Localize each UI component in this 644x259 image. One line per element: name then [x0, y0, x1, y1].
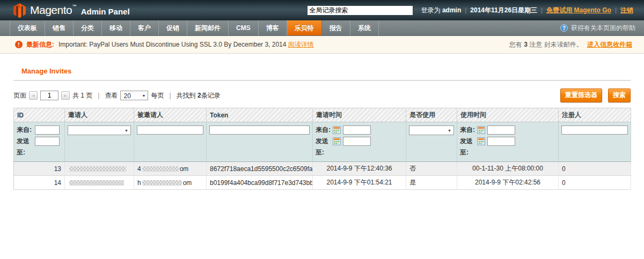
cell-id: 14	[14, 176, 65, 190]
column-header-inviter[interactable]: 邀请人	[65, 108, 134, 122]
filter-id-from-input[interactable]	[35, 125, 60, 135]
nav-item-system[interactable]: 系统	[350, 20, 379, 35]
nav-item-sales[interactable]: 销售	[45, 20, 74, 35]
filter-token-input[interactable]	[209, 125, 310, 135]
magento-go-trial-link[interactable]: 免费试用 Magento Go	[546, 6, 611, 15]
nav-item-dashboard[interactable]: 仪表板	[10, 20, 45, 35]
filter-use-time-to-input[interactable]	[487, 137, 515, 146]
latest-message-label: 最新信息:	[26, 40, 54, 49]
calendar-icon[interactable]	[333, 137, 341, 145]
filter-used-select[interactable]: ▼	[409, 125, 454, 135]
inbox-summary: 您有 3 注意 封未读邮件。 进入信息收件箱	[509, 40, 632, 49]
column-header-used[interactable]: 是否使用	[406, 108, 457, 122]
help-icon: ?	[560, 24, 568, 32]
table-row[interactable]: 14 hom b0199f4a404bca99d8f717e3d743bbcc …	[14, 176, 631, 190]
nav-item-promotions[interactable]: 促销	[159, 20, 187, 35]
chevron-down-icon: ▼	[142, 94, 146, 98]
nav-item-customers[interactable]: 客户	[130, 20, 159, 35]
column-header-use-time[interactable]: 使用时间	[457, 108, 559, 122]
nav-item-reports[interactable]: 报告	[322, 20, 350, 35]
filter-cell-used: ▼	[406, 122, 457, 162]
notification-bar: ! 最新信息: Important: PayPal Users Must Dis…	[0, 36, 644, 54]
nav-item-mobile[interactable]: 移动	[102, 20, 130, 35]
main-nav-bar: 仪表板 销售 分类 移动 客户 促销 新闻邮件 CMS 博客 乐贝特 报告 系统…	[0, 20, 644, 36]
filter-invite-time-from-input[interactable]	[343, 125, 371, 135]
column-header-invitee[interactable]: 被邀请人	[134, 108, 207, 122]
filter-id-to-input[interactable]	[35, 137, 60, 146]
view-label: 查看	[105, 91, 118, 100]
cell-use-time: 00-1-11-30 上午08:00:00	[457, 162, 559, 176]
calendar-icon[interactable]	[477, 137, 485, 145]
header-separator: |	[541, 6, 543, 14]
logged-in-as-text: 登录为 admin	[421, 6, 462, 15]
filter-inviter-select[interactable]: ▼	[68, 125, 131, 135]
cell-registrant: 0	[559, 176, 631, 190]
cell-token: b0199f4a404bca99d8f717e3d743bbcc	[207, 176, 313, 190]
cell-inviter	[65, 176, 134, 190]
toolbar-separator: |	[169, 92, 171, 99]
reset-filter-button[interactable]: 重置筛选器	[560, 88, 602, 102]
nav-item-blog[interactable]: 博客	[259, 20, 287, 35]
redacted-invitee	[142, 180, 182, 186]
filter-cell-registrant	[559, 122, 631, 162]
go-to-inbox-link[interactable]: 进入信息收件箱	[587, 41, 632, 48]
nav-item-lebeite-active[interactable]: 乐贝特	[287, 20, 322, 35]
page-help-label: 获得有关本页面的帮助	[571, 24, 635, 33]
page-help-link[interactable]: ? 获得有关本页面的帮助	[560, 20, 644, 35]
cell-used: 否	[406, 162, 457, 176]
logout-link[interactable]: 注销	[620, 6, 633, 15]
filter-invite-time-to-input[interactable]	[343, 137, 371, 146]
prev-page-button[interactable]: ◄	[29, 91, 38, 100]
grid-toolbar: 页面 ◄ ► 共 1 页 | 查看 20 ▼ 每页 | 共找到 2条记录 重置筛…	[13, 88, 631, 102]
total-pages-label: 共 1 页	[72, 91, 92, 100]
page-number-input[interactable]	[40, 91, 58, 100]
filter-cell-use-time: 来自: 发送 至:	[457, 122, 559, 162]
alert-icon: !	[15, 41, 23, 48]
global-search-input[interactable]	[307, 5, 413, 16]
cell-registrant: 0	[559, 162, 631, 176]
next-page-button[interactable]: ►	[61, 91, 70, 100]
filter-cell-invitee	[134, 122, 207, 162]
header-date: 2014年11月26日星期三	[470, 6, 537, 15]
unread-count: 3	[524, 41, 528, 48]
filter-cell-id: 来自: 发送 至:	[14, 122, 65, 162]
search-button[interactable]: 搜索	[608, 88, 631, 102]
title-divider	[13, 80, 631, 81]
notice-message: Important: PayPal Users Must Discontinue…	[58, 41, 286, 48]
cell-invitee: hom	[134, 176, 207, 190]
nav-item-catalog[interactable]: 分类	[74, 20, 102, 35]
filter-use-time-from-input[interactable]	[487, 125, 515, 135]
magento-logo-icon	[13, 3, 26, 18]
per-page-label: 每页	[151, 91, 164, 100]
chevron-down-icon: ▼	[448, 129, 451, 132]
content-area: Manage Invites 页面 ◄ ► 共 1 页 | 查看 20 ▼ 每页…	[0, 67, 644, 190]
redacted-invitee	[142, 166, 179, 172]
filter-registrant-input[interactable]	[561, 125, 628, 135]
filter-invitee-input[interactable]	[137, 125, 203, 135]
cell-invitee: 4om	[134, 162, 207, 176]
chevron-down-icon: ▼	[125, 129, 128, 132]
top-header-bar: Magento™ Admin Panel 登录为 admin | 2014年11…	[0, 0, 644, 20]
table-row[interactable]: 13 4om 8672f718aeca1d5595500c2c6509faf1 …	[14, 162, 631, 176]
app-product-text: Admin Panel	[81, 7, 130, 16]
page-label: 页面	[13, 91, 26, 100]
cell-use-time: 2014-9-9 下午02:42:56	[457, 176, 559, 190]
cell-id: 13	[14, 162, 65, 176]
invites-grid-table: ID 邀请人 被邀请人 Token 邀请时间 是否使用 使用时间 注册人 来自:…	[13, 108, 631, 190]
nav-item-cms[interactable]: CMS	[229, 20, 259, 35]
column-header-token[interactable]: Token	[207, 108, 313, 122]
filter-cell-inviter: ▼	[65, 122, 134, 162]
page-title: Manage Invites	[21, 67, 631, 75]
redacted-inviter	[69, 180, 124, 186]
per-page-select[interactable]: 20 ▼	[120, 91, 148, 100]
column-header-id[interactable]: ID	[14, 108, 65, 122]
column-header-invite-time[interactable]: 邀请时间	[313, 108, 406, 122]
cell-invite-time: 2014-9-9 下午01:54:21	[313, 176, 406, 190]
read-details-link[interactable]: 阅读详情	[288, 40, 314, 49]
column-header-registrant[interactable]: 注册人	[559, 108, 631, 122]
calendar-icon[interactable]	[333, 126, 341, 134]
calendar-icon[interactable]	[477, 126, 485, 134]
prev-page-icon: ◄	[31, 93, 35, 98]
cell-invite-time: 2014-9-9 下午12:40:36	[313, 162, 406, 176]
nav-item-newsletter[interactable]: 新闻邮件	[187, 20, 229, 35]
